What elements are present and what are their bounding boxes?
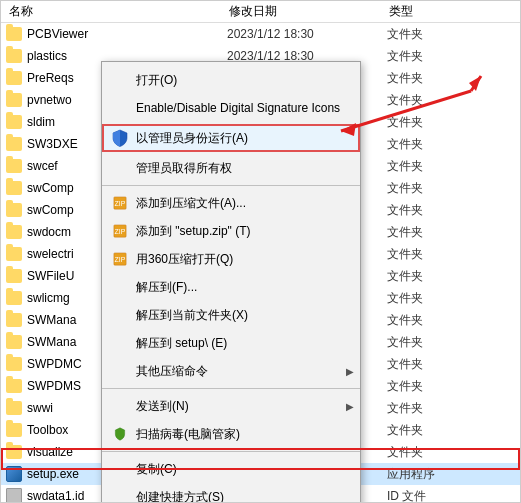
menu-item-2[interactable]: 以管理员身份运行(A) [102,124,360,152]
context-menu: 打开(O)Enable/Disable Digital Signature Ic… [101,61,361,503]
menu-item-14[interactable]: 创建快捷方式(S) [102,483,360,503]
folder-icon [5,135,23,153]
file-type: 文件夹 [387,224,487,241]
file-type: 文件夹 [387,400,487,417]
no-menu-icon [110,487,130,503]
zip360-menu-icon: ZIP [110,249,130,269]
menu-item-label: 解压到当前文件夹(X) [136,307,248,324]
id-icon [5,487,23,503]
menu-item-label: 以管理员身份运行(A) [136,130,248,147]
menu-item-4[interactable]: ZIP 添加到压缩文件(A)... [102,189,360,217]
menu-item-8[interactable]: 解压到当前文件夹(X) [102,301,360,329]
folder-icon [5,157,23,175]
menu-item-label: 添加到 "setup.zip" (T) [136,223,251,240]
menu-item-label: 其他压缩命令 [136,363,208,380]
file-date: 2023/1/12 18:30 [227,27,387,41]
folder-icon [5,267,23,285]
svg-text:ZIP: ZIP [115,200,126,207]
menu-separator [102,451,360,452]
menu-item-12[interactable]: 扫描病毒(电脑管家) [102,420,360,448]
menu-item-label: 打开(O) [136,72,177,89]
menu-item-5[interactable]: ZIP 添加到 "setup.zip" (T) [102,217,360,245]
folder-icon [5,113,23,131]
file-type: 文件夹 [387,26,487,43]
file-type: 文件夹 [387,136,487,153]
menu-separator [102,185,360,186]
folder-icon [5,421,23,439]
file-type: 文件夹 [387,378,487,395]
folder-icon [5,245,23,263]
file-type: ID 文件 [387,488,487,504]
file-name: PCBViewer [27,27,227,41]
no-menu-icon [110,459,130,479]
menu-item-3[interactable]: 管理员取得所有权 [102,154,360,182]
col-header-date: 修改日期 [225,3,385,20]
context-menu-overlay: 打开(O)Enable/Disable Digital Signature Ic… [101,61,361,503]
zip-menu-icon: ZIP [110,221,130,241]
shield-menu-icon [110,424,130,444]
file-type: 文件夹 [387,202,487,219]
folder-icon [5,25,23,43]
menu-item-0[interactable]: 打开(O) [102,66,360,94]
menu-item-13[interactable]: 复制(C) [102,455,360,483]
menu-item-label: 复制(C) [136,461,177,478]
submenu-arrow-icon: ▶ [346,366,354,377]
file-type: 文件夹 [387,70,487,87]
uac-shield-menu-icon [110,128,130,148]
file-type: 文件夹 [387,312,487,329]
folder-icon [5,311,23,329]
file-type: 文件夹 [387,268,487,285]
menu-item-label: 解压到 setup\ (E) [136,335,227,352]
file-type: 文件夹 [387,158,487,175]
svg-text:ZIP: ZIP [115,256,126,263]
menu-item-6[interactable]: ZIP 用360压缩打开(Q) [102,245,360,273]
menu-item-label: 用360压缩打开(Q) [136,251,233,268]
menu-item-11[interactable]: 发送到(N)▶ [102,392,360,420]
file-type: 文件夹 [387,334,487,351]
no-menu-icon [110,396,130,416]
folder-icon [5,47,23,65]
no-menu-icon [110,98,130,118]
folder-icon [5,333,23,351]
folder-icon [5,377,23,395]
exe-icon [5,465,23,483]
submenu-arrow-icon: ▶ [346,401,354,412]
svg-text:ZIP: ZIP [115,228,126,235]
no-menu-icon [110,361,130,381]
file-type: 文件夹 [387,422,487,439]
no-menu-icon [110,305,130,325]
file-type: 文件夹 [387,290,487,307]
col-header-type: 类型 [385,3,485,20]
column-headers: 名称 修改日期 类型 [1,1,520,23]
folder-icon [5,289,23,307]
folder-icon [5,443,23,461]
menu-item-label: Enable/Disable Digital Signature Icons [136,101,340,115]
folder-icon [5,69,23,87]
menu-item-9[interactable]: 解压到 setup\ (E) [102,329,360,357]
menu-item-label: 解压到(F)... [136,279,197,296]
menu-item-label: 管理员取得所有权 [136,160,232,177]
zip-menu-icon: ZIP [110,193,130,213]
menu-item-label: 发送到(N) [136,398,189,415]
folder-icon [5,179,23,197]
no-menu-icon [110,333,130,353]
folder-icon [5,223,23,241]
folder-icon [5,399,23,417]
menu-item-1[interactable]: Enable/Disable Digital Signature Icons [102,94,360,122]
menu-item-10[interactable]: 其他压缩命令▶ [102,357,360,385]
file-type: 文件夹 [387,356,487,373]
menu-item-7[interactable]: 解压到(F)... [102,273,360,301]
menu-item-label: 添加到压缩文件(A)... [136,195,246,212]
file-type: 文件夹 [387,92,487,109]
no-menu-icon [110,70,130,90]
file-explorer: 名称 修改日期 类型 PCBViewer2023/1/12 18:30文件夹pl… [0,0,521,503]
file-type: 文件夹 [387,180,487,197]
no-menu-icon [110,158,130,178]
no-menu-icon [110,277,130,297]
file-type: 文件夹 [387,48,487,65]
file-type: 应用程序 [387,466,487,483]
menu-item-label: 创建快捷方式(S) [136,489,224,504]
file-type: 文件夹 [387,246,487,263]
menu-item-label: 扫描病毒(电脑管家) [136,426,240,443]
file-row[interactable]: PCBViewer2023/1/12 18:30文件夹 [1,23,520,45]
